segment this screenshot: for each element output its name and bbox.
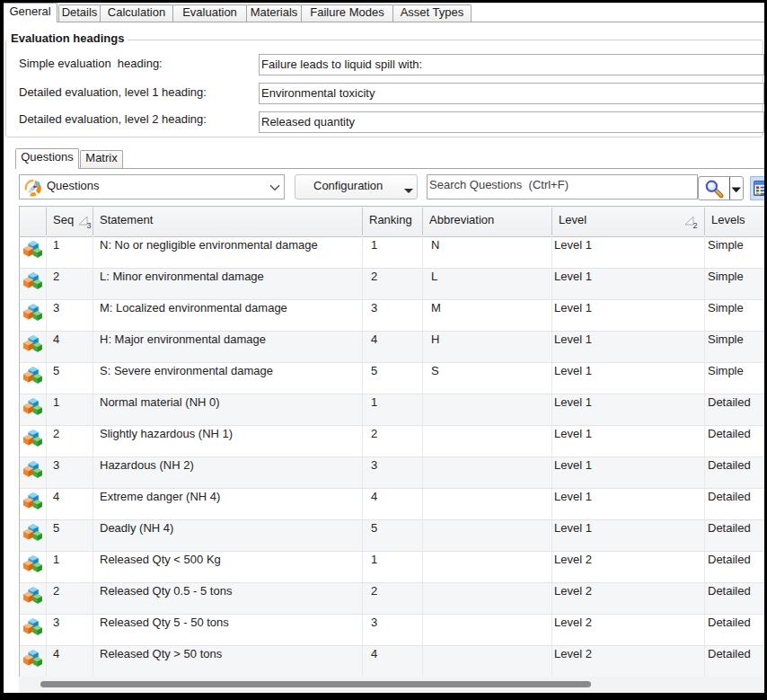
svg-text:2: 2 <box>693 221 698 230</box>
svg-text:3: 3 <box>87 221 92 230</box>
